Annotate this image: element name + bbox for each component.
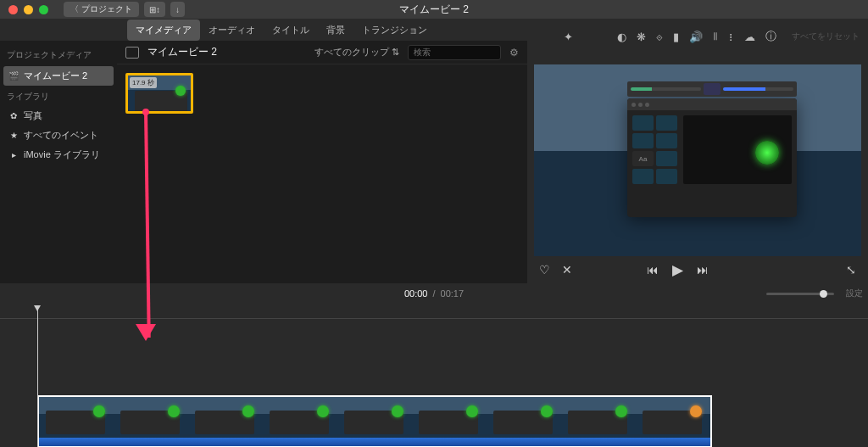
timeline-frame[interactable] <box>487 397 561 439</box>
disclosure-icon: ▸ <box>8 150 19 159</box>
minimize-window-icon[interactable] <box>24 5 33 14</box>
timeline-settings-button[interactable]: 設定 <box>846 288 863 299</box>
sidebar-item-photos[interactable]: ✿写真 <box>7 106 110 126</box>
tab-titles[interactable]: タイトル <box>264 20 318 41</box>
timeline-frame[interactable] <box>337 397 412 439</box>
sidebar-header-library: ライブラリ <box>7 87 110 106</box>
timeline-frame[interactable] <box>561 397 636 439</box>
tab-my-media[interactable]: マイメディア <box>127 20 200 41</box>
timeline-frame[interactable] <box>114 397 188 439</box>
zoom-window-icon[interactable] <box>39 5 48 14</box>
viewer-controls: ♡ ✕ ⏮ ▶ ⏭ ⤡ <box>527 256 868 283</box>
close-window-icon[interactable] <box>8 5 18 14</box>
volume-icon[interactable]: 🔊 <box>689 31 703 43</box>
clip-duration-badge: 17.9 秒 <box>130 77 157 88</box>
eq-icon[interactable]: ⫴ <box>713 30 718 43</box>
download-button[interactable]: ↓ <box>170 2 185 17</box>
window-title: マイムービー 2 <box>399 3 469 17</box>
reset-all-button[interactable]: すべてをリセット <box>792 31 860 42</box>
window-controls <box>0 5 48 14</box>
tab-transitions[interactable]: トランジション <box>353 20 436 41</box>
timeline-frame[interactable] <box>263 397 337 439</box>
browser-content[interactable]: 17.9 秒 <box>117 64 527 283</box>
sidebar-item-all-events[interactable]: ★すべてのイベント <box>7 126 110 145</box>
next-frame-icon[interactable]: ⏭ <box>697 263 709 277</box>
timeline-audio-track[interactable] <box>39 438 710 446</box>
current-time: 00:00 <box>404 288 428 299</box>
sidebar-item-imovie-library[interactable]: ▸iMovie ライブラリ <box>7 145 110 165</box>
palette-icon[interactable]: ❋ <box>637 31 646 43</box>
play-button[interactable]: ▶ <box>672 261 683 279</box>
titlebar: 〈プロジェクト ⊞↕ ↓ マイムービー 2 <box>0 0 868 19</box>
gear-icon[interactable]: ⚙ <box>509 47 519 59</box>
media-clip[interactable]: 17.9 秒 <box>125 73 193 114</box>
clapper-icon: 🎬 <box>8 71 19 81</box>
tab-audio[interactable]: オーディオ <box>200 20 264 41</box>
preview-screen[interactable]: Aa <box>534 64 861 256</box>
wand-icon[interactable]: ✦ <box>564 31 573 43</box>
media-browser: マイムービー 2 すべてのクリップ ⇅ ⚙ 17.9 秒 <box>117 41 527 283</box>
browser-title: マイムービー 2 <box>147 45 217 59</box>
clip-handle-right[interactable] <box>191 75 193 111</box>
timeline-frame[interactable] <box>39 397 114 439</box>
timeline-playhead[interactable] <box>37 305 38 447</box>
clip-handle-left[interactable] <box>125 75 128 111</box>
timeline-clip[interactable] <box>37 395 712 447</box>
timeline[interactable] <box>0 304 868 447</box>
back-to-projects-button[interactable]: 〈プロジェクト <box>64 2 139 17</box>
prev-frame-icon[interactable]: ⏮ <box>647 263 659 277</box>
star-icon: ★ <box>8 131 19 140</box>
tab-backgrounds[interactable]: 背景 <box>318 20 353 41</box>
total-duration: 00:17 <box>441 288 465 299</box>
timeline-frame[interactable] <box>412 397 487 439</box>
cloud-icon[interactable]: ☁ <box>744 31 755 43</box>
time-bar: 00:00 / 00:17 設定 <box>0 283 868 304</box>
inspector-toolbar: ✦ ◐ ❋ ⟐ ▮ 🔊 ⫴ ⫶ ☁ ⓘ すべてをリセット <box>564 25 860 47</box>
zoom-slider[interactable] <box>766 293 834 295</box>
levels-icon[interactable]: ⫶ <box>728 31 734 43</box>
library-sidebar: プロジェクトメディア 🎬マイムービー 2 ライブラリ ✿写真 ★すべてのイベント… <box>0 41 117 283</box>
timeline-frame[interactable] <box>636 397 710 439</box>
timeline-ruler[interactable] <box>0 304 868 319</box>
view-toggle-button[interactable] <box>125 47 139 59</box>
flower-icon: ✿ <box>8 111 19 120</box>
favorite-icon[interactable]: ♡ <box>539 263 550 277</box>
import-button[interactable]: ⊞↕ <box>144 2 165 17</box>
fullscreen-icon[interactable]: ⤡ <box>846 263 856 277</box>
time-separator: / <box>432 288 435 299</box>
crop-icon[interactable]: ⟐ <box>656 31 663 43</box>
contrast-icon[interactable]: ◐ <box>617 31 626 43</box>
search-input[interactable] <box>408 45 501 60</box>
sidebar-item-project[interactable]: 🎬マイムービー 2 <box>3 66 114 86</box>
clip-filter-dropdown[interactable]: すべてのクリップ ⇅ <box>314 46 399 59</box>
info-icon[interactable]: ⓘ <box>765 29 776 44</box>
timeline-frame[interactable] <box>188 397 263 439</box>
preview-viewer: Aa ♡ ✕ ⏮ ▶ ⏭ ⤡ <box>527 41 868 283</box>
reject-icon[interactable]: ✕ <box>562 263 572 277</box>
sidebar-header-project-media: プロジェクトメディア <box>7 46 110 64</box>
video-icon[interactable]: ▮ <box>673 31 679 43</box>
